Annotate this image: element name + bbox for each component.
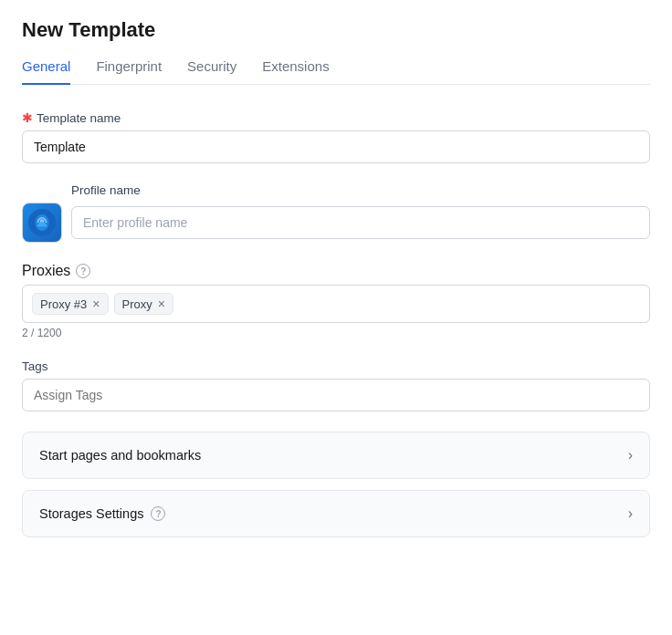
template-name-section: ✱ Template name — [22, 110, 650, 163]
proxy-chip-2-close[interactable]: × — [158, 297, 165, 310]
proxies-section: Proxies ? Proxy #3 × Proxy × 2 / 1200 — [22, 263, 650, 339]
proxy-chip-2: Proxy × — [114, 293, 173, 315]
storages-section: Storages Settings ? › — [22, 490, 650, 537]
proxies-label: Proxies ? — [22, 263, 650, 279]
tab-fingerprint[interactable]: Fingerprint — [96, 58, 162, 85]
storages-chevron-icon: › — [628, 505, 633, 522]
storages-header[interactable]: Storages Settings ? › — [23, 491, 649, 536]
proxy-chips-container[interactable]: Proxy #3 × Proxy × — [22, 285, 650, 323]
proxy-chip-1-label: Proxy #3 — [40, 297, 87, 311]
profile-name-label: Profile name — [71, 183, 650, 197]
tabs-bar: General Fingerprint Security Extensions — [22, 58, 650, 85]
profile-name-section: Profile name — [22, 183, 650, 243]
profile-icon[interactable] — [22, 203, 62, 243]
template-name-input[interactable] — [22, 130, 650, 163]
start-pages-chevron-icon: › — [628, 447, 633, 463]
tab-general[interactable]: General — [22, 58, 70, 85]
profile-input-wrap — [71, 206, 650, 239]
tab-extensions[interactable]: Extensions — [262, 58, 329, 85]
template-name-label: ✱ Template name — [22, 110, 650, 125]
start-pages-label: Start pages and bookmarks — [39, 448, 201, 463]
start-pages-section: Start pages and bookmarks › — [22, 432, 650, 479]
storages-label-row: Storages Settings ? — [39, 506, 165, 521]
profile-row — [22, 203, 650, 243]
proxies-help-icon[interactable]: ? — [76, 264, 90, 278]
start-pages-header[interactable]: Start pages and bookmarks › — [23, 432, 649, 478]
proxy-chip-2-label: Proxy — [122, 297, 152, 311]
required-star: ✱ — [22, 110, 33, 125]
tags-label: Tags — [22, 359, 650, 373]
tags-section: Tags — [22, 359, 650, 411]
profile-name-input[interactable] — [71, 206, 650, 239]
page-title: New Template — [22, 18, 650, 42]
tags-input[interactable] — [22, 379, 650, 411]
proxy-chip-1-close[interactable]: × — [92, 297, 100, 310]
storages-help-icon[interactable]: ? — [151, 506, 165, 521]
proxy-chip-1: Proxy #3 × — [32, 293, 109, 315]
tab-security[interactable]: Security — [187, 58, 236, 85]
proxy-count: 2 / 1200 — [22, 327, 650, 339]
